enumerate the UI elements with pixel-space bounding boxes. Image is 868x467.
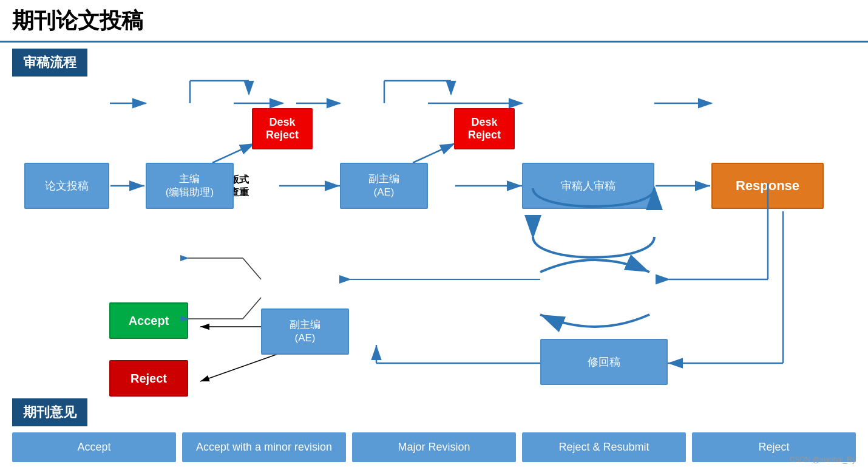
box-reject: Reject [109,360,188,397]
box-shenggao: 审稿人审稿 [522,163,654,209]
opinion-boxes-container: Accept Accept with a minor revision Majo… [12,432,856,462]
box-fuzhubian2: 副主编(AE) [261,308,349,355]
svg-line-4 [212,143,255,163]
box-desk-reject-2: DeskReject [454,108,515,149]
box-desk-reject-1: DeskReject [252,108,313,149]
box-accept: Accept [109,302,188,339]
svg-line-6 [413,143,455,163]
opinion-major: Major Revision [352,432,516,462]
bottom-section: 期刊意见 Accept Accept with a minor revision… [12,398,856,462]
flow-diagram: 版式查重 论文投稿 主编(编辑助理) DeskReject 副主编(AE) De… [12,84,850,406]
section2-label: 期刊意见 [12,398,87,426]
arrows-svg [12,84,850,406]
opinion-resubmit: Reject & Resubmit [522,432,686,462]
box-response: Response [711,163,824,209]
opinion-accept: Accept [12,432,176,462]
box-lunwen: 论文投稿 [24,163,109,209]
main-content: 审稿流程 [0,43,868,412]
box-zhubianEditor: 主编(编辑助理) [146,163,234,209]
opinion-minor: Accept with a minor revision [182,432,346,462]
page-title: 期刊论文投稿 [12,8,143,33]
box-xiugai: 修回稿 [540,339,668,385]
box-fuzhubian1: 副主编(AE) [340,163,428,209]
header: 期刊论文投稿 [0,0,868,43]
watermark: CSDN @xiaobai_Ry [790,455,856,464]
section1-label: 审稿流程 [12,49,87,77]
